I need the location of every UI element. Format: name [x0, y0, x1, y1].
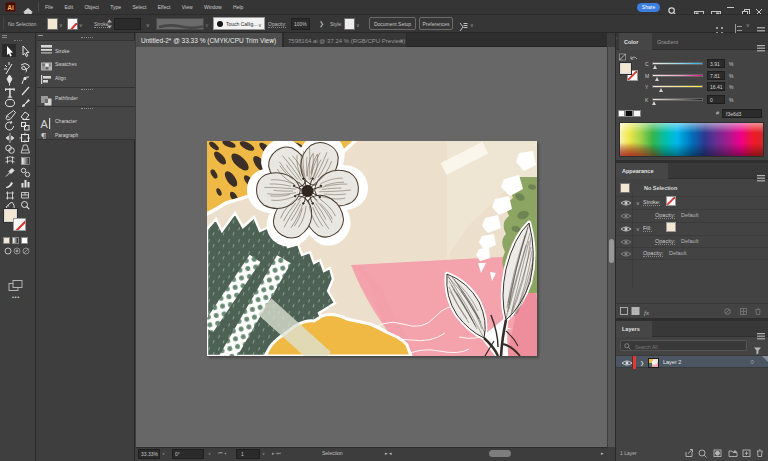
svg-text:fx: fx: [644, 309, 650, 317]
svg-text:A: A: [41, 118, 49, 130]
svg-text:¶: ¶: [41, 132, 46, 140]
